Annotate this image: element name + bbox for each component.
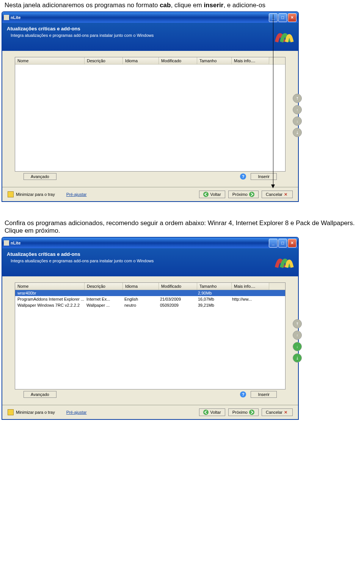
voltar-button[interactable]: Voltar — [199, 408, 225, 416]
cell-tam: 16,07Mb — [196, 296, 230, 302]
tray-icon — [8, 191, 14, 197]
list-headers: Nome Descrição Idioma Modificado Tamanho… — [15, 57, 285, 65]
col-modificado[interactable]: Modificado — [159, 57, 197, 64]
cell-tam: 2,90Mb — [196, 290, 230, 296]
cell-nome: wrar400br — [15, 290, 84, 296]
help-icon[interactable]: ? — [240, 391, 246, 397]
col-descricao[interactable]: Descrição — [85, 283, 123, 290]
wizard-title: Atualizações críticas e add-ons — [7, 26, 293, 32]
minimize-tray-link[interactable]: Minimizar para o tray — [16, 410, 55, 415]
maximize-button[interactable]: □ — [278, 239, 287, 247]
cell-desc: Wallpaper ... — [84, 303, 122, 308]
cancelar-button[interactable]: Cancelar ✕ — [262, 191, 293, 198]
table-row[interactable]: ProgramAddons Internet Explorer ... Inte… — [15, 296, 285, 302]
svg-point-3 — [203, 410, 209, 415]
titlebar: nLite _ □ × — [2, 238, 298, 248]
move-up-button[interactable]: ↑ — [293, 331, 302, 340]
intro-text-1: Nesta janela adicionaremos os programas … — [5, 2, 359, 9]
cancel-x-icon: ✕ — [284, 192, 289, 197]
cell-mais: http://ww... — [230, 296, 267, 302]
col-tamanho[interactable]: Tamanho — [197, 57, 232, 64]
pointer-arrow-icon — [271, 184, 275, 189]
minimize-button[interactable]: _ — [269, 239, 278, 247]
content-pane: Nome Descrição Idioma Modificado Tamanho… — [2, 276, 298, 405]
col-descricao[interactable]: Descrição — [85, 57, 123, 64]
col-nome[interactable]: Nome — [15, 57, 85, 64]
col-mais-info[interactable]: Mais info.... — [232, 57, 269, 64]
cell-mod: 05092009 — [158, 303, 196, 308]
cell-mais — [230, 290, 267, 296]
proximo-button[interactable]: Próximo — [228, 191, 259, 198]
wizard-title: Atualizações críticas e add-ons — [7, 251, 293, 257]
cell-tam: 39,21Mb — [196, 303, 230, 308]
close-button[interactable]: × — [288, 13, 297, 22]
col-modificado[interactable]: Modificado — [159, 283, 197, 290]
back-arrow-icon — [203, 192, 209, 197]
avancado-button[interactable]: Avançado — [24, 391, 56, 398]
col-tamanho[interactable]: Tamanho — [197, 283, 232, 290]
cell-desc: Internet Ex... — [84, 296, 122, 302]
svg-point-2 — [249, 192, 254, 197]
table-row[interactable]: Wallpaper Windows 7RC v2.2.2.2 Wallpaper… — [15, 302, 285, 308]
col-idioma[interactable]: Idioma — [123, 57, 159, 64]
wizard-header: Atualizações críticas e add-ons Integra … — [2, 248, 298, 276]
move-down-button[interactable]: ↓ — [293, 117, 302, 126]
addon-list: Nome Descrição Idioma Modificado Tamanho… — [15, 282, 286, 389]
content-pane: Nome Descrição Idioma Modificado Tamanho… — [2, 51, 298, 187]
close-button[interactable]: × — [288, 239, 297, 247]
pointer-line — [273, 14, 273, 186]
voltar-button[interactable]: Voltar — [199, 191, 225, 198]
cell-nome: ProgramAddons Internet Explorer ... — [15, 296, 84, 302]
nlite-window-2: nLite _ □ × Atualizações críticas e add-… — [2, 237, 299, 420]
col-nome[interactable]: Nome — [15, 283, 85, 290]
next-arrow-icon — [249, 192, 254, 197]
move-bottom-button[interactable]: ⤓ — [293, 353, 302, 363]
move-top-button[interactable]: ⤒ — [293, 319, 302, 328]
window-title: nLite — [11, 15, 269, 20]
tray-icon — [8, 409, 14, 415]
proximo-button[interactable]: Próximo — [228, 408, 259, 416]
avancado-button[interactable]: Avançado — [24, 173, 56, 180]
table-row[interactable]: wrar400br 2,90Mb — [15, 290, 285, 296]
nlite-logo-icon — [273, 250, 294, 271]
maximize-button[interactable]: □ — [278, 13, 287, 22]
col-idioma[interactable]: Idioma — [123, 283, 159, 290]
cell-idioma: neutro — [122, 303, 158, 308]
nlite-logo-icon — [273, 24, 294, 46]
addon-list: Nome Descrição Idioma Modificado Tamanho… — [15, 57, 286, 172]
bottom-bar: Minimizar para o tray Pré-ajustar Voltar… — [2, 405, 298, 419]
window-title: nLite — [11, 241, 269, 245]
wizard-header: Atualizações críticas e add-ons Integra … — [2, 23, 298, 51]
svg-point-4 — [249, 410, 254, 415]
nlite-window-1: nLite _ □ × Atualizações críticas e add-… — [2, 11, 299, 202]
cancel-x-icon: ✕ — [284, 410, 289, 415]
move-top-button[interactable]: ⤒ — [293, 94, 302, 103]
pre-ajustar-link[interactable]: Pré-ajustar — [66, 410, 87, 415]
move-up-button[interactable]: ↑ — [293, 105, 302, 114]
cancelar-button[interactable]: Cancelar ✕ — [262, 408, 293, 416]
bottom-bar: Minimizar para o tray Pré-ajustar Voltar… — [2, 187, 298, 201]
cell-desc — [84, 290, 122, 296]
pre-ajustar-link[interactable]: Pré-ajustar — [66, 192, 87, 197]
help-icon[interactable]: ? — [240, 173, 246, 180]
back-arrow-icon — [203, 410, 209, 415]
titlebar: nLite _ □ × — [2, 12, 298, 23]
move-down-button[interactable]: ↓ — [293, 342, 302, 351]
cell-mais — [230, 303, 267, 308]
svg-marker-0 — [271, 184, 275, 188]
cell-idioma: English — [122, 296, 158, 302]
svg-point-1 — [203, 192, 209, 197]
next-arrow-icon — [249, 410, 254, 415]
wizard-subtitle: Integra atualizações e programas add-ons… — [11, 259, 293, 263]
cell-nome: Wallpaper Windows 7RC v2.2.2.2 — [15, 303, 84, 308]
cell-idioma — [122, 290, 158, 296]
cell-mod: 21/03/2009 — [158, 296, 196, 302]
wizard-subtitle: Integra atualizações e programas add-ons… — [11, 33, 293, 38]
col-mais-info[interactable]: Mais info.... — [232, 283, 269, 290]
intro-text-2: Confira os programas adicionados, recome… — [5, 219, 359, 235]
move-bottom-button[interactable]: ⤓ — [293, 128, 302, 137]
list-headers: Nome Descrição Idioma Modificado Tamanho… — [15, 283, 285, 290]
inserir-button[interactable]: Inserir — [251, 391, 277, 398]
app-icon — [4, 240, 9, 246]
minimize-tray-link[interactable]: Minimizar para o tray — [16, 192, 55, 197]
